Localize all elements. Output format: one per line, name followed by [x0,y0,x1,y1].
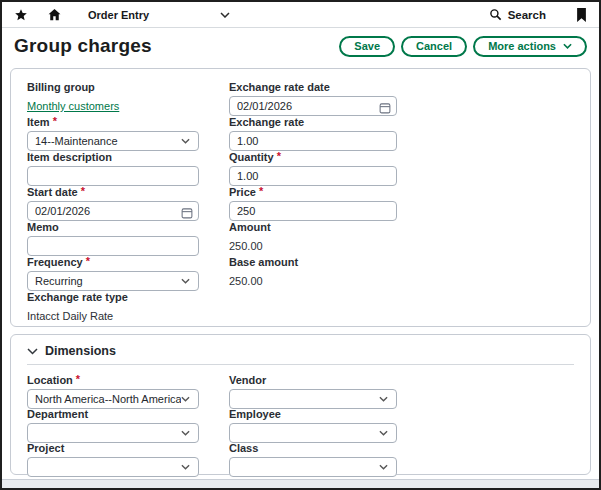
required-marker: * [81,186,85,196]
billing-group-link[interactable]: Monthly customers [27,97,119,112]
vendor-select[interactable] [229,389,397,409]
start-date-input[interactable] [27,201,199,221]
quantity-label: Quantity [229,151,274,163]
required-marker: * [86,256,90,266]
required-marker: * [76,374,80,384]
search-button[interactable]: Search [489,8,546,21]
cancel-button-label: Cancel [416,40,452,52]
field-price: Price * [229,186,397,221]
field-memo: Memo [27,221,199,256]
charge-form-card: Billing group Monthly customers Exchange… [10,68,591,327]
location-label: Location [27,374,73,386]
chevron-down-icon [181,430,190,436]
price-input[interactable] [229,201,397,221]
field-quantity: Quantity * [229,151,397,186]
topbar: Order Entry Search [2,2,599,28]
field-billing-group: Billing group Monthly customers [27,81,199,116]
save-button-label: Save [354,40,380,52]
project-select[interactable] [27,457,199,477]
field-frequency: Frequency * Recurring [27,256,199,291]
footer-strip [2,479,599,488]
chevron-down-icon [27,348,38,355]
memo-label: Memo [27,221,59,233]
dimensions-section-toggle[interactable]: Dimensions [27,344,574,365]
bookmark-icon[interactable] [576,8,587,22]
item-description-label: Item description [27,151,112,163]
calendar-icon[interactable] [181,205,193,223]
department-select[interactable] [27,423,199,443]
exchange-rate-date-input[interactable] [229,96,397,116]
billing-group-label: Billing group [27,81,95,93]
amount-value: 250.00 [229,236,397,252]
class-select[interactable] [229,457,397,477]
chevron-down-icon [181,464,190,470]
required-marker: * [53,116,57,126]
content-area: Billing group Monthly customers Exchange… [2,66,599,475]
project-label: Project [27,442,64,454]
chevron-down-icon [181,138,190,144]
page-header: Group charges Save Cancel More actions [2,28,599,66]
item-select[interactable]: 14--Maintenance [27,131,199,151]
item-description-input[interactable] [27,166,199,186]
field-department: Department [27,408,199,442]
calendar-icon[interactable] [379,100,391,118]
class-label: Class [229,442,258,454]
chevron-down-icon [181,278,190,284]
search-icon [489,8,502,21]
exchange-rate-type-value: Intacct Daily Rate [27,306,199,322]
app-window: Order Entry Search Group charges Save Ca… [0,0,601,490]
price-label: Price [229,186,256,198]
amount-label: Amount [229,221,271,233]
search-label: Search [508,9,546,21]
base-amount-value: 250.00 [229,271,397,287]
page-title: Group charges [14,35,152,57]
frequency-label: Frequency [27,256,83,268]
field-project: Project [27,442,199,476]
start-date-label: Start date [27,186,78,198]
more-actions-button[interactable]: More actions [473,36,587,57]
field-start-date: Start date * [27,186,199,221]
memo-input[interactable] [27,236,199,256]
exchange-rate-input[interactable] [229,131,397,151]
base-amount-label: Base amount [229,256,298,268]
frequency-select-value: Recurring [35,275,83,287]
application-menu-label: Order Entry [88,9,149,21]
quantity-input[interactable] [229,166,397,186]
exchange-rate-date-label: Exchange rate date [229,81,330,93]
save-button[interactable]: Save [339,36,395,57]
field-amount: Amount 250.00 [229,221,397,256]
department-label: Department [27,408,88,420]
field-class: Class [229,442,397,476]
chevron-down-icon [181,396,190,402]
field-exchange-rate-date: Exchange rate date [229,81,397,116]
field-item-description: Item description [27,151,199,186]
exchange-rate-label: Exchange rate [229,116,304,128]
required-marker: * [277,151,281,161]
field-location: Location * North America--North America [27,374,199,408]
favorite-star-icon[interactable] [14,8,28,22]
dimensions-section-title: Dimensions [45,344,116,358]
location-select-value: North America--North America [35,393,181,405]
field-exchange-rate-type: Exchange rate type Intacct Daily Rate [27,291,199,326]
employee-label: Employee [229,408,281,420]
chevron-down-icon [379,464,388,470]
item-label: Item [27,116,50,128]
chevron-down-icon [563,43,572,49]
field-employee: Employee [229,408,397,442]
required-marker: * [259,186,263,196]
frequency-select[interactable]: Recurring [27,271,199,291]
employee-select[interactable] [229,423,397,443]
location-select[interactable]: North America--North America [27,389,199,409]
item-select-value: 14--Maintenance [35,135,118,147]
header-actions: Save Cancel More actions [339,36,587,57]
chevron-down-icon [379,430,388,436]
field-vendor: Vendor [229,374,397,408]
dimensions-card: Dimensions Location * North America--Nor… [10,334,591,475]
chevron-down-icon [379,396,388,402]
application-menu[interactable]: Order Entry [88,9,230,21]
more-actions-label: More actions [488,40,556,52]
exchange-rate-type-label: Exchange rate type [27,291,128,303]
home-icon[interactable] [47,7,62,22]
field-exchange-rate: Exchange rate [229,116,397,151]
cancel-button[interactable]: Cancel [401,36,467,57]
